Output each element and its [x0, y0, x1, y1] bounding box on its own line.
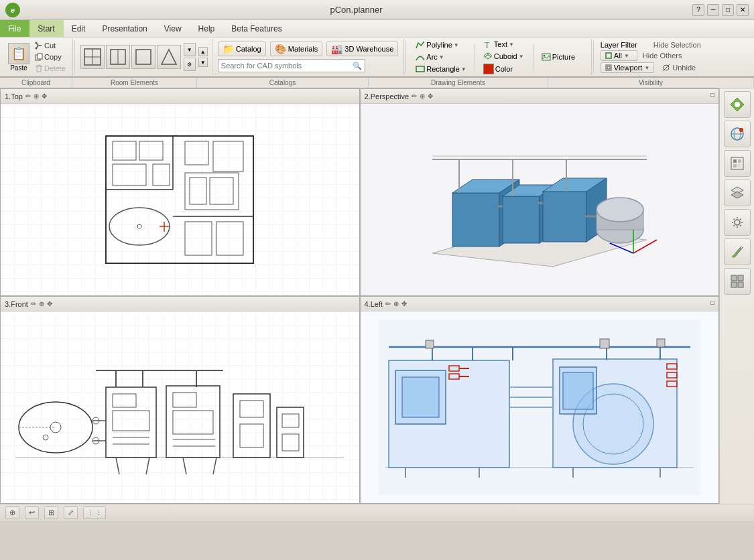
room-btn-3[interactable]: [131, 45, 155, 69]
vp2-target-icon[interactable]: ⊕: [420, 92, 425, 100]
svg-rect-22: [542, 54, 550, 60]
vp2-expand[interactable]: □: [710, 91, 714, 98]
picture-button[interactable]: Picture: [539, 52, 586, 62]
menu-item-help[interactable]: Help: [190, 20, 224, 37]
room-btn-1[interactable]: [80, 45, 105, 69]
rectangle-button[interactable]: Rectangle ▼: [413, 64, 468, 74]
svg-rect-156: [738, 275, 743, 281]
close-button[interactable]: ✕: [737, 4, 749, 16]
vp3-target-icon[interactable]: ⊕: [39, 300, 44, 307]
catalog-button[interactable]: 📁 Catalog: [218, 42, 266, 56]
viewport-left: 4.Left ✏ ⊕ ✥ □: [360, 296, 720, 504]
menu-item-view[interactable]: View: [156, 20, 190, 37]
viewport-button[interactable]: Viewport ▼: [601, 62, 655, 73]
all-button[interactable]: All ▼: [601, 50, 637, 61]
vp4-expand[interactable]: □: [710, 299, 714, 306]
vp3-content[interactable]: [1, 311, 359, 503]
3d-nav-icon: [729, 96, 745, 113]
3d-nav-button[interactable]: [724, 91, 751, 118]
picture-icon: [542, 52, 551, 62]
room-btn-2[interactable]: [106, 45, 130, 69]
vp1-edit-icon[interactable]: ✏: [25, 92, 31, 100]
polyline-button[interactable]: Polyline ▼: [413, 40, 461, 50]
menu-item-beta[interactable]: Beta Features: [223, 20, 290, 37]
stack-button[interactable]: [724, 180, 751, 206]
vp1-target-icon[interactable]: ⊕: [34, 92, 39, 100]
minimize-button[interactable]: ─: [707, 4, 719, 16]
vp3-edit-icon[interactable]: ✏: [31, 300, 36, 307]
room-settings-btn[interactable]: ⚙: [184, 58, 196, 71]
more-icon: ⋮⋮: [87, 508, 102, 517]
grid-tool[interactable]: ⊞: [44, 506, 58, 519]
bottom-bar: ⊕ ↩ ⊞ ⤢ ⋮⋮: [0, 504, 754, 521]
cut-button[interactable]: Cut: [34, 40, 67, 52]
room-arrow-up[interactable]: ▲: [198, 47, 208, 56]
text-button[interactable]: T Text ▼: [481, 39, 527, 50]
visibility-section: Layer Filter Hide Selection All ▼ Hide O…: [595, 39, 706, 75]
viewport-front-header: 3.Front ✏ ⊕ ✥: [1, 297, 359, 311]
draw-sep-1: [475, 44, 475, 70]
cuboid-icon: [483, 52, 493, 61]
search-button[interactable]: 🔍: [350, 62, 365, 70]
vp1-nav-icon[interactable]: ✥: [42, 92, 47, 100]
expand-tool[interactable]: ⤢: [64, 506, 78, 519]
vp2-nav-icon[interactable]: ✥: [428, 92, 433, 100]
menu-item-file[interactable]: File: [0, 20, 29, 37]
room-icon-4: [160, 48, 178, 66]
svg-rect-40: [213, 141, 243, 171]
vp3-nav-icon[interactable]: ✥: [47, 300, 52, 307]
room-btn-4[interactable]: [157, 45, 181, 69]
cuboid-button[interactable]: Cuboid ▼: [481, 51, 527, 62]
paint-button[interactable]: [724, 238, 751, 265]
unhide-button[interactable]: Unhide: [659, 63, 698, 72]
svg-rect-24: [606, 53, 611, 58]
globe-button[interactable]: [724, 121, 751, 147]
svg-rect-137: [600, 339, 609, 348]
clipboard-label: Clipboard: [0, 78, 72, 88]
vp2-content[interactable]: [361, 104, 719, 295]
vp4-content[interactable]: [361, 311, 719, 503]
text-dropdown: ▼: [509, 42, 514, 48]
svg-rect-125: [563, 372, 593, 409]
svg-rect-146: [731, 157, 743, 169]
svg-rect-155: [731, 275, 737, 281]
copy-button[interactable]: Copy: [34, 52, 67, 63]
arc-button[interactable]: Arc ▼: [413, 52, 460, 62]
help-button[interactable]: ?: [692, 4, 704, 16]
vp4-target-icon[interactable]: ⊕: [393, 300, 399, 307]
warehouse-button[interactable]: 🏭 3D Warehouse: [326, 42, 398, 56]
materials-button[interactable]: 🎨 Materials: [270, 42, 323, 56]
undo-icon: ↩: [29, 508, 35, 517]
color-button[interactable]: Color: [481, 63, 527, 75]
cad-search-input[interactable]: [218, 62, 350, 70]
settings-button[interactable]: [724, 209, 751, 236]
catalog-icon: 📁: [223, 44, 234, 54]
stack-icon: [730, 186, 745, 200]
layers-button[interactable]: [724, 150, 751, 177]
snap-tool[interactable]: ⊕: [5, 506, 19, 519]
vp4-edit-icon[interactable]: ✏: [385, 300, 391, 307]
vp2-title: 2.Perspective: [365, 92, 410, 100]
menu-item-start[interactable]: Start: [29, 20, 63, 37]
menu-item-presentation[interactable]: Presentation: [94, 20, 155, 37]
svg-line-101: [116, 458, 119, 474]
vp1-content[interactable]: [1, 104, 359, 295]
menu-item-edit[interactable]: Edit: [64, 20, 95, 37]
delete-button[interactable]: Delete: [34, 63, 67, 74]
hide-selection-button[interactable]: Hide Selection: [653, 41, 701, 49]
more-tool[interactable]: ⋮⋮: [83, 506, 106, 519]
perspective-drawing: [392, 106, 687, 293]
room-expand-btn[interactable]: ▼: [184, 43, 196, 56]
paste-button[interactable]: 📋 Paste: [8, 43, 29, 72]
undo-tool[interactable]: ↩: [25, 506, 39, 519]
arc-icon: [416, 52, 425, 62]
catalogs-section: 📁 Catalog 🎨 Materials 🏭 3D Warehouse 🔍: [212, 39, 405, 75]
vp4-nav-icon[interactable]: ✥: [401, 300, 407, 307]
hide-others-button[interactable]: Hide Others: [643, 52, 682, 60]
room-arrow-down[interactable]: ▼: [198, 58, 208, 67]
tiles-button[interactable]: [724, 268, 751, 295]
svg-rect-136: [426, 340, 434, 348]
restore-button[interactable]: □: [722, 4, 734, 16]
vp2-edit-icon[interactable]: ✏: [412, 92, 417, 100]
svg-rect-49: [452, 193, 499, 247]
